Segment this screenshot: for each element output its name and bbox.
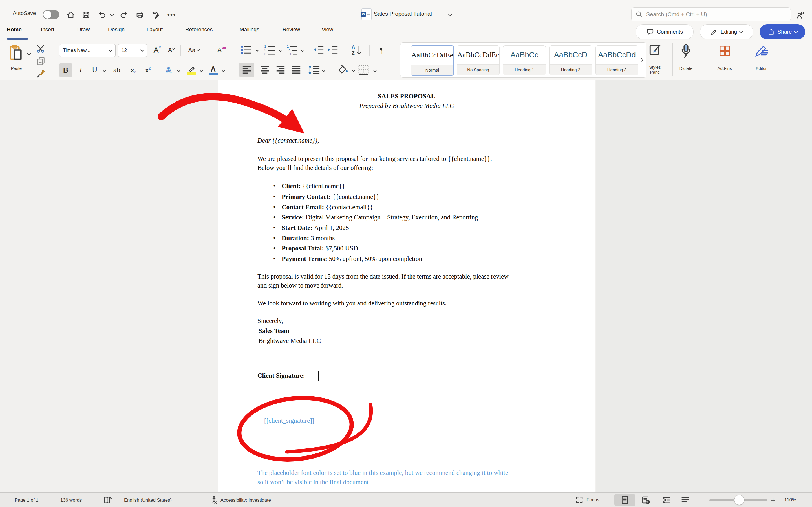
tab-design[interactable]: Design (108, 26, 124, 33)
shading-button[interactable] (337, 64, 349, 76)
tab-home[interactable]: Home (7, 26, 22, 33)
highlight-button[interactable] (184, 63, 199, 77)
gallery-more-chevron[interactable] (640, 58, 644, 62)
multilevel-list-button[interactable]: 1 a i (287, 45, 298, 56)
editing-mode-button[interactable]: Editing (700, 24, 753, 40)
accessibility-checker[interactable] (210, 493, 218, 507)
style-no-spacing[interactable]: AaBbCcDdEe No Spacing (457, 45, 500, 75)
undo-button[interactable] (97, 10, 107, 20)
addins-button[interactable] (718, 45, 731, 59)
people-button[interactable] (795, 10, 806, 20)
accessibility-label[interactable]: Accessibility: Investigate (220, 493, 271, 507)
tab-references[interactable]: References (185, 26, 213, 33)
clear-formatting-button[interactable]: A (214, 43, 229, 57)
word-count[interactable]: 136 words (60, 493, 82, 507)
share-button[interactable]: Share (760, 24, 805, 40)
save-as-button[interactable] (150, 10, 161, 20)
highlight-chevron[interactable] (200, 69, 203, 72)
comments-button[interactable]: Comments (636, 24, 694, 40)
group-divider (745, 43, 745, 76)
language-indicator[interactable]: English (United States) (124, 493, 172, 507)
font-name-select[interactable]: Times New... (59, 44, 116, 57)
numbering-chevron[interactable] (278, 48, 282, 52)
change-case-button[interactable]: Aa (186, 43, 202, 57)
cut-button[interactable] (36, 44, 46, 55)
document-canvas[interactable]: SALES PROPOSAL Prepared by Brightwave Me… (0, 80, 812, 492)
font-size-select[interactable]: 12 (118, 44, 147, 57)
borders-button[interactable] (357, 64, 369, 76)
font-color-chevron[interactable] (221, 69, 225, 72)
increase-indent-button[interactable] (327, 45, 338, 56)
title-dropdown-chevron[interactable] (448, 12, 452, 16)
style-heading-2[interactable]: AaBbCcD Heading 2 (549, 45, 592, 75)
divider (369, 45, 370, 56)
align-center-button[interactable] (257, 62, 272, 77)
print-layout-view-button[interactable] (614, 494, 635, 506)
more-commands-button[interactable]: ••• (166, 10, 177, 20)
zoom-level[interactable]: 110% (784, 493, 796, 507)
copy-button[interactable] (36, 56, 46, 67)
font-size-value: 12 (121, 48, 127, 53)
outline-view-button[interactable] (659, 494, 675, 506)
line-spacing-chevron[interactable] (322, 69, 325, 72)
format-painter-button[interactable] (36, 69, 46, 79)
search-bar[interactable] (631, 7, 791, 21)
underline-button[interactable]: U (89, 63, 101, 77)
zoom-out-button[interactable]: − (699, 493, 703, 507)
grow-font-button[interactable]: A^ (151, 43, 163, 57)
bullets-chevron[interactable] (255, 48, 259, 52)
subscript-button[interactable]: x2 (127, 63, 140, 77)
tab-view[interactable]: View (322, 26, 333, 33)
borders-chevron[interactable] (373, 69, 376, 72)
tab-layout[interactable]: Layout (147, 26, 163, 33)
undo-dropdown-chevron[interactable] (110, 12, 114, 16)
line-spacing-button[interactable] (308, 65, 320, 76)
align-right-button[interactable] (273, 62, 288, 77)
superscript-button[interactable]: x2 (142, 63, 154, 77)
focus-button[interactable]: Focus (575, 493, 599, 507)
proofing-status[interactable] (103, 493, 112, 507)
tab-review[interactable]: Review (283, 26, 300, 33)
tab-mailings[interactable]: Mailings (240, 26, 259, 33)
search-input[interactable] (646, 11, 782, 18)
zoom-in-button[interactable]: + (771, 493, 775, 507)
underline-chevron[interactable] (103, 69, 106, 72)
web-layout-view-button[interactable] (638, 494, 654, 506)
redo-button[interactable] (118, 10, 129, 20)
text-effects-chevron[interactable] (177, 69, 180, 72)
zoom-slider-thumb[interactable] (734, 495, 744, 505)
save-button[interactable] (81, 10, 91, 20)
font-color-button[interactable]: A (206, 63, 220, 77)
page-indicator[interactable]: Page 1 of 1 (15, 493, 38, 507)
editor-button[interactable] (755, 44, 769, 59)
style-normal[interactable]: AaBbCcDdEe Normal (410, 45, 454, 76)
style-heading-1[interactable]: AaBbCc Heading 1 (503, 45, 546, 75)
print-button[interactable] (135, 10, 145, 20)
shrink-font-button[interactable]: A (165, 43, 177, 57)
home-button[interactable] (65, 10, 76, 20)
styles-pane-button[interactable] (649, 44, 661, 58)
document-title[interactable]: Sales Proposal Tutorial (374, 11, 432, 17)
style-heading-3[interactable]: AaBbCcDd Heading 3 (596, 45, 638, 75)
align-left-button[interactable] (239, 62, 254, 77)
paste-button[interactable] (8, 44, 24, 62)
strikethrough-button[interactable]: ab (109, 63, 124, 77)
document-page[interactable]: SALES PROPOSAL Prepared by Brightwave Me… (218, 80, 596, 492)
bold-button[interactable]: B (59, 63, 72, 77)
bullets-button[interactable] (240, 45, 252, 56)
paste-chevron[interactable] (27, 51, 31, 55)
tab-insert[interactable]: Insert (41, 26, 54, 33)
decrease-indent-button[interactable] (313, 45, 324, 56)
justify-button[interactable] (289, 62, 304, 77)
tab-draw[interactable]: Draw (77, 26, 90, 33)
dictate-button[interactable] (679, 43, 693, 60)
italic-button[interactable]: I (75, 63, 86, 77)
sort-button[interactable]: A Z (351, 44, 363, 57)
autosave-toggle[interactable] (43, 10, 59, 19)
draft-view-button[interactable] (677, 494, 694, 506)
text-effects-button[interactable]: A (161, 63, 176, 77)
show-marks-button[interactable]: ¶ (375, 43, 389, 57)
shading-chevron[interactable] (352, 69, 355, 72)
numbering-button[interactable]: 1 2 3 (264, 45, 276, 56)
multilevel-chevron[interactable] (301, 48, 304, 52)
